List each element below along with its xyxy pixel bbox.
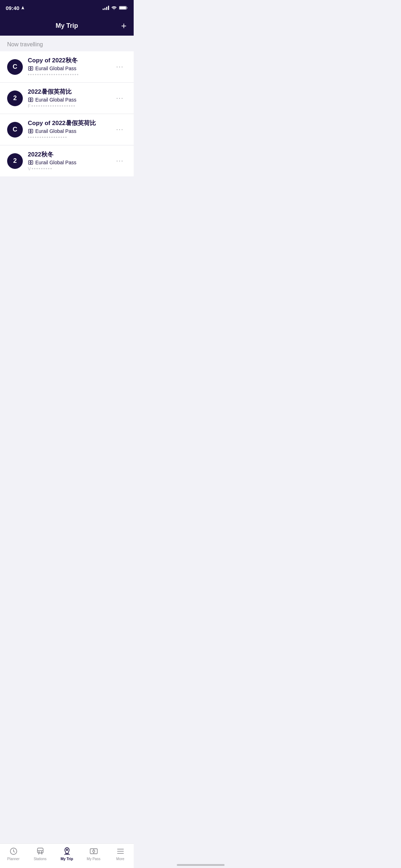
pass-row: Eurail Global Pass bbox=[28, 97, 113, 103]
wifi-icon bbox=[111, 6, 117, 10]
avatar: 2 bbox=[7, 153, 23, 169]
pass-row: Eurail Global Pass bbox=[28, 128, 113, 134]
pass-icon bbox=[28, 66, 34, 71]
battery-icon bbox=[119, 6, 128, 10]
trip-name: 2022暑假英荷比 bbox=[28, 88, 113, 96]
add-trip-button[interactable]: + bbox=[121, 21, 127, 30]
signal-icon bbox=[103, 6, 109, 10]
trip-name: Copy of 2022秋冬 bbox=[28, 56, 113, 64]
svg-point-8 bbox=[30, 99, 31, 100]
trip-item[interactable]: C Copy of 2022秋冬 Eurail Global Pass ••••… bbox=[0, 51, 134, 83]
trip-info: Copy of 2022秋冬 Eurail Global Pass ••••••… bbox=[28, 56, 113, 77]
svg-rect-2 bbox=[119, 7, 126, 9]
status-icons bbox=[103, 6, 128, 10]
trip-more-button[interactable]: ··· bbox=[113, 62, 127, 72]
trip-list: C Copy of 2022秋冬 Eurail Global Pass ••••… bbox=[0, 51, 134, 176]
pass-icon bbox=[28, 160, 34, 165]
pass-name: Eurail Global Pass bbox=[35, 97, 76, 103]
svg-point-4 bbox=[30, 68, 31, 69]
trip-subtitle: ••••••••••••••••• bbox=[28, 135, 113, 140]
section-now-travelling: Now travelling bbox=[0, 36, 134, 51]
pass-icon bbox=[28, 97, 34, 103]
trip-subtitle: V••••••••• bbox=[28, 166, 113, 171]
page-header: My Trip + bbox=[0, 16, 134, 36]
pass-name: Eurail Global Pass bbox=[35, 66, 76, 71]
trip-info: 2022秋冬 Eurail Global Pass V••••••••• bbox=[28, 150, 113, 171]
svg-point-16 bbox=[30, 162, 31, 163]
trip-more-button[interactable]: ··· bbox=[113, 156, 127, 166]
svg-rect-1 bbox=[127, 7, 128, 9]
trip-name: Copy of 2022暑假英荷比 bbox=[28, 119, 113, 127]
section-title: Now travelling bbox=[7, 41, 43, 47]
trip-info: Copy of 2022暑假英荷比 Eurail Global Pass •••… bbox=[28, 119, 113, 140]
avatar: C bbox=[7, 122, 23, 138]
trip-subtitle: •••••••••••••••••••••• bbox=[28, 72, 113, 77]
page-title: My Trip bbox=[56, 22, 78, 30]
svg-point-12 bbox=[30, 130, 31, 132]
pass-row: Eurail Global Pass bbox=[28, 66, 113, 71]
trip-subtitle: F••••••••••••••••••• bbox=[28, 103, 113, 109]
trip-item[interactable]: 2 2022暑假英荷比 Eurail Global Pass F••••••••… bbox=[0, 83, 134, 114]
trip-more-button[interactable]: ··· bbox=[113, 93, 127, 103]
pass-name: Eurail Global Pass bbox=[35, 160, 76, 165]
status-bar: 09:40 bbox=[0, 0, 134, 16]
trip-item[interactable]: C Copy of 2022暑假英荷比 Eurail Global Pass •… bbox=[0, 114, 134, 145]
avatar: C bbox=[7, 59, 23, 75]
avatar: 2 bbox=[7, 91, 23, 106]
location-icon bbox=[21, 6, 25, 10]
pass-icon bbox=[28, 128, 34, 134]
pass-name: Eurail Global Pass bbox=[35, 128, 76, 134]
trip-more-button[interactable]: ··· bbox=[113, 124, 127, 135]
trip-info: 2022暑假英荷比 Eurail Global Pass F••••••••••… bbox=[28, 88, 113, 109]
pass-row: Eurail Global Pass bbox=[28, 160, 113, 165]
trip-name: 2022秋冬 bbox=[28, 150, 113, 159]
trip-item[interactable]: 2 2022秋冬 Eurail Global Pass V••••••••• ·… bbox=[0, 145, 134, 176]
status-time: 09:40 bbox=[6, 5, 25, 11]
